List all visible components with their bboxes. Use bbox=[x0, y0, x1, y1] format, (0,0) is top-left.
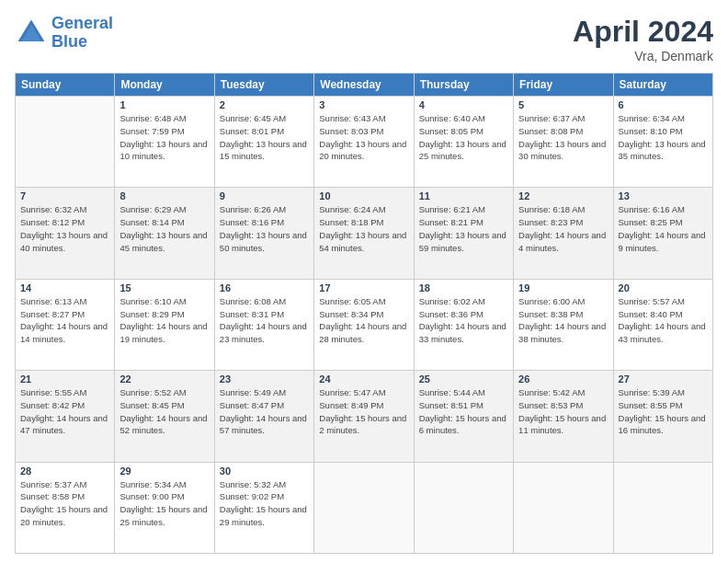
table-row: 11Sunrise: 6:21 AMSunset: 8:21 PMDayligh… bbox=[414, 188, 513, 279]
day-info: Sunrise: 6:02 AMSunset: 8:36 PMDaylight:… bbox=[419, 295, 508, 346]
table-row: 25Sunrise: 5:44 AMSunset: 8:51 PMDayligh… bbox=[414, 371, 513, 462]
logo-line1: General bbox=[51, 14, 113, 32]
day-info: Sunrise: 6:24 AMSunset: 8:18 PMDaylight:… bbox=[319, 203, 408, 254]
table-row bbox=[414, 462, 513, 553]
table-row: 19Sunrise: 6:00 AMSunset: 8:38 PMDayligh… bbox=[514, 279, 613, 370]
table-row: 20Sunrise: 5:57 AMSunset: 8:40 PMDayligh… bbox=[613, 279, 712, 370]
day-number: 8 bbox=[119, 190, 209, 201]
day-number: 18 bbox=[419, 282, 508, 293]
main-title: April 2024 bbox=[573, 15, 713, 49]
day-number: 16 bbox=[220, 282, 309, 293]
table-row: 28Sunrise: 5:37 AMSunset: 8:58 PMDayligh… bbox=[16, 462, 115, 553]
table-row: 23Sunrise: 5:49 AMSunset: 8:47 PMDayligh… bbox=[214, 371, 313, 462]
day-info: Sunrise: 5:57 AMSunset: 8:40 PMDaylight:… bbox=[619, 295, 708, 346]
table-row: 9Sunrise: 6:26 AMSunset: 8:16 PMDaylight… bbox=[214, 188, 313, 279]
day-number: 15 bbox=[119, 282, 209, 293]
calendar-week-row: 7Sunrise: 6:32 AMSunset: 8:12 PMDaylight… bbox=[16, 188, 713, 279]
day-number: 3 bbox=[319, 99, 408, 110]
table-row: 17Sunrise: 6:05 AMSunset: 8:34 PMDayligh… bbox=[314, 279, 414, 370]
table-row: 14Sunrise: 6:13 AMSunset: 8:27 PMDayligh… bbox=[16, 279, 115, 370]
day-info: Sunrise: 6:40 AMSunset: 8:05 PMDaylight:… bbox=[419, 112, 508, 163]
day-number: 23 bbox=[220, 373, 309, 385]
calendar-week-row: 1Sunrise: 6:48 AMSunset: 7:59 PMDaylight… bbox=[16, 97, 713, 188]
day-info: Sunrise: 6:08 AMSunset: 8:31 PMDaylight:… bbox=[220, 295, 309, 346]
day-number: 9 bbox=[220, 190, 309, 201]
table-row: 12Sunrise: 6:18 AMSunset: 8:23 PMDayligh… bbox=[514, 188, 613, 279]
table-row: 7Sunrise: 6:32 AMSunset: 8:12 PMDaylight… bbox=[16, 188, 115, 279]
calendar: Sunday Monday Tuesday Wednesday Thursday… bbox=[15, 73, 713, 554]
day-info: Sunrise: 6:00 AMSunset: 8:38 PMDaylight:… bbox=[518, 295, 608, 346]
day-info: Sunrise: 6:48 AMSunset: 7:59 PMDaylight:… bbox=[119, 112, 209, 163]
day-info: Sunrise: 6:37 AMSunset: 8:08 PMDaylight:… bbox=[518, 112, 608, 163]
day-info: Sunrise: 6:13 AMSunset: 8:27 PMDaylight:… bbox=[20, 295, 109, 346]
day-info: Sunrise: 6:10 AMSunset: 8:29 PMDaylight:… bbox=[119, 295, 209, 346]
day-number: 13 bbox=[619, 190, 708, 201]
logo: General Blue bbox=[15, 15, 113, 52]
day-number: 7 bbox=[20, 190, 109, 201]
day-info: Sunrise: 5:55 AMSunset: 8:42 PMDaylight:… bbox=[20, 386, 109, 437]
day-number: 5 bbox=[518, 99, 608, 110]
day-info: Sunrise: 6:34 AMSunset: 8:10 PMDaylight:… bbox=[619, 112, 708, 163]
calendar-header-row: Sunday Monday Tuesday Wednesday Thursday… bbox=[16, 74, 713, 97]
day-number: 25 bbox=[419, 373, 508, 385]
day-number: 17 bbox=[319, 282, 408, 293]
day-info: Sunrise: 5:32 AMSunset: 9:02 PMDaylight:… bbox=[220, 478, 309, 529]
page: General Blue April 2024 Vra, Denmark Sun… bbox=[0, 0, 728, 563]
calendar-week-row: 14Sunrise: 6:13 AMSunset: 8:27 PMDayligh… bbox=[16, 279, 713, 370]
day-info: Sunrise: 6:43 AMSunset: 8:03 PMDaylight:… bbox=[319, 112, 408, 163]
subtitle: Vra, Denmark bbox=[573, 49, 713, 63]
col-friday: Friday bbox=[514, 74, 613, 97]
col-tuesday: Tuesday bbox=[214, 74, 313, 97]
calendar-week-row: 28Sunrise: 5:37 AMSunset: 8:58 PMDayligh… bbox=[16, 462, 713, 553]
day-info: Sunrise: 6:45 AMSunset: 8:01 PMDaylight:… bbox=[220, 112, 309, 163]
day-info: Sunrise: 6:05 AMSunset: 8:34 PMDaylight:… bbox=[319, 295, 408, 346]
day-info: Sunrise: 6:21 AMSunset: 8:21 PMDaylight:… bbox=[419, 203, 508, 254]
day-number: 30 bbox=[220, 465, 309, 477]
table-row: 22Sunrise: 5:52 AMSunset: 8:45 PMDayligh… bbox=[115, 371, 214, 462]
day-number: 24 bbox=[319, 373, 408, 385]
logo-text: General Blue bbox=[51, 15, 113, 52]
day-number: 4 bbox=[419, 99, 508, 110]
table-row: 13Sunrise: 6:16 AMSunset: 8:25 PMDayligh… bbox=[613, 188, 712, 279]
day-info: Sunrise: 6:26 AMSunset: 8:16 PMDaylight:… bbox=[220, 203, 309, 254]
col-thursday: Thursday bbox=[414, 74, 513, 97]
day-info: Sunrise: 5:52 AMSunset: 8:45 PMDaylight:… bbox=[119, 386, 209, 437]
table-row: 1Sunrise: 6:48 AMSunset: 7:59 PMDaylight… bbox=[115, 97, 214, 188]
day-number: 12 bbox=[518, 190, 608, 201]
day-number: 2 bbox=[220, 99, 309, 110]
title-block: April 2024 Vra, Denmark bbox=[573, 15, 713, 63]
day-info: Sunrise: 5:37 AMSunset: 8:58 PMDaylight:… bbox=[20, 478, 109, 529]
logo-line2: Blue bbox=[51, 32, 87, 51]
day-info: Sunrise: 5:39 AMSunset: 8:55 PMDaylight:… bbox=[619, 386, 708, 437]
day-number: 28 bbox=[20, 465, 109, 477]
day-number: 22 bbox=[119, 373, 209, 385]
day-info: Sunrise: 5:49 AMSunset: 8:47 PMDaylight:… bbox=[220, 386, 309, 437]
table-row: 4Sunrise: 6:40 AMSunset: 8:05 PMDaylight… bbox=[414, 97, 513, 188]
day-info: Sunrise: 5:42 AMSunset: 8:53 PMDaylight:… bbox=[518, 386, 608, 437]
table-row: 21Sunrise: 5:55 AMSunset: 8:42 PMDayligh… bbox=[16, 371, 115, 462]
day-number: 10 bbox=[319, 190, 408, 201]
logo-icon bbox=[15, 17, 48, 50]
col-sunday: Sunday bbox=[16, 74, 115, 97]
day-number: 26 bbox=[518, 373, 608, 385]
table-row: 27Sunrise: 5:39 AMSunset: 8:55 PMDayligh… bbox=[613, 371, 712, 462]
day-info: Sunrise: 5:34 AMSunset: 9:00 PMDaylight:… bbox=[119, 478, 209, 529]
col-saturday: Saturday bbox=[613, 74, 712, 97]
table-row: 29Sunrise: 5:34 AMSunset: 9:00 PMDayligh… bbox=[115, 462, 214, 553]
table-row: 2Sunrise: 6:45 AMSunset: 8:01 PMDaylight… bbox=[214, 97, 313, 188]
table-row bbox=[514, 462, 613, 553]
day-info: Sunrise: 6:29 AMSunset: 8:14 PMDaylight:… bbox=[119, 203, 209, 254]
day-number: 21 bbox=[20, 373, 109, 385]
day-number: 11 bbox=[419, 190, 508, 201]
col-wednesday: Wednesday bbox=[314, 74, 414, 97]
table-row: 16Sunrise: 6:08 AMSunset: 8:31 PMDayligh… bbox=[214, 279, 313, 370]
day-number: 29 bbox=[119, 465, 209, 477]
day-info: Sunrise: 5:47 AMSunset: 8:49 PMDaylight:… bbox=[319, 386, 408, 437]
table-row: 10Sunrise: 6:24 AMSunset: 8:18 PMDayligh… bbox=[314, 188, 414, 279]
table-row bbox=[613, 462, 712, 553]
col-monday: Monday bbox=[115, 74, 214, 97]
table-row: 6Sunrise: 6:34 AMSunset: 8:10 PMDaylight… bbox=[613, 97, 712, 188]
day-info: Sunrise: 6:16 AMSunset: 8:25 PMDaylight:… bbox=[619, 203, 708, 254]
table-row: 5Sunrise: 6:37 AMSunset: 8:08 PMDaylight… bbox=[514, 97, 613, 188]
day-number: 20 bbox=[619, 282, 708, 293]
